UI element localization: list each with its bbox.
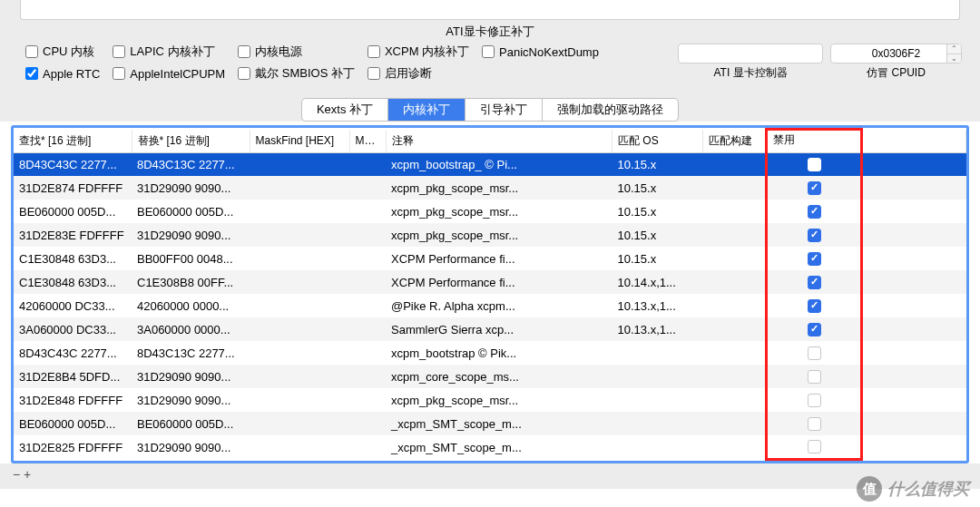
cell — [349, 294, 386, 317]
disabled-cell — [767, 435, 862, 459]
disabled-checkbox[interactable] — [808, 440, 821, 453]
table-row[interactable]: 31D2E874 FDFFFF31D29090 9090...xcpm_pkg_… — [14, 176, 966, 200]
column-header[interactable]: Mas... — [349, 130, 386, 153]
cell — [250, 365, 349, 388]
option-checkbox[interactable]: 启用诊断 — [368, 65, 469, 82]
cell — [349, 270, 386, 294]
cell: XCPM Performance fi... — [386, 270, 612, 294]
checkbox-input[interactable] — [238, 67, 250, 80]
cell — [862, 176, 966, 200]
cell — [703, 317, 767, 341]
cpuid-stepper[interactable]: ⌃ ⌄ — [946, 44, 961, 63]
checkbox-input[interactable] — [368, 67, 380, 80]
cell — [862, 341, 966, 365]
tab-bar: Kexts 补丁内核补丁引导补丁强制加载的驱动路径 — [301, 98, 679, 122]
disabled-checkbox[interactable] — [808, 276, 821, 289]
column-header[interactable] — [862, 130, 966, 153]
checkbox-input[interactable] — [113, 45, 125, 58]
disabled-cell — [767, 317, 862, 341]
cell: 42060000 0000... — [132, 294, 250, 317]
cell — [349, 341, 386, 365]
option-label: Apple RTC — [43, 67, 100, 81]
cell — [703, 365, 767, 388]
table-row[interactable]: C1E30848 63D3...C1E308B8 00FF...XCPM Per… — [14, 270, 966, 294]
option-checkbox[interactable]: XCPM 内核补丁 — [368, 44, 469, 60]
disabled-checkbox[interactable] — [808, 252, 821, 266]
disabled-cell — [767, 294, 862, 317]
cell — [612, 365, 703, 388]
checkbox-input[interactable] — [25, 45, 38, 58]
column-header[interactable]: MaskFind [HEX] — [250, 130, 349, 153]
cell — [703, 152, 767, 176]
cell: 10.13.x,1... — [612, 294, 703, 317]
option-checkbox[interactable]: CPU 内核 — [25, 44, 100, 60]
disabled-checkbox[interactable] — [808, 346, 821, 360]
checkbox-input[interactable] — [482, 45, 495, 58]
option-checkbox[interactable]: AppleIntelCPUPM — [113, 65, 225, 82]
cell — [862, 223, 966, 247]
table-row[interactable]: 3A060000 DC33...3A060000 0000...SammlerG… — [14, 317, 966, 341]
column-header[interactable]: 禁用 — [767, 130, 862, 153]
option-checkbox[interactable]: PanicNoKextDump — [482, 44, 599, 60]
cell: 8D43C13C 2277... — [132, 341, 250, 365]
table-row[interactable]: 31D2E83E FDFFFF31D29090 9090...xcpm_pkg_… — [14, 223, 966, 247]
checkbox-input[interactable] — [238, 45, 250, 58]
tab-0[interactable]: Kexts 补丁 — [302, 99, 388, 121]
cell — [612, 435, 703, 459]
disabled-checkbox[interactable] — [808, 394, 821, 407]
disabled-checkbox[interactable] — [808, 323, 821, 336]
table-row[interactable]: 8D43C43C 2277...8D43C13C 2277...xcpm_boo… — [14, 341, 966, 365]
checkbox-input[interactable] — [113, 67, 125, 80]
option-checkbox[interactable]: LAPIC 内核补丁 — [113, 44, 225, 60]
cell — [862, 412, 966, 435]
cell: BE060000 005D... — [14, 412, 132, 435]
disabled-checkbox[interactable] — [808, 370, 821, 384]
add-row-button[interactable]: + — [24, 467, 31, 482]
disabled-checkbox[interactable] — [808, 229, 821, 242]
column-header[interactable]: 匹配 OS — [612, 130, 703, 153]
stepper-down-icon[interactable]: ⌄ — [947, 54, 961, 63]
fake-cpuid-label: 仿冒 CPUID — [867, 65, 926, 81]
table-row[interactable]: BE060000 005D...BE060000 005D...xcpm_pkg… — [14, 200, 966, 223]
table-row[interactable]: 31D2E825 FDFFFF31D29090 9090..._xcpm_SMT… — [14, 435, 966, 459]
cell: XCPM Performance fi... — [386, 247, 612, 270]
table-row[interactable]: 31D2E8B4 5DFD...31D29090 9090...xcpm_cor… — [14, 365, 966, 388]
cell — [703, 176, 767, 200]
option-checkbox[interactable]: 戴尔 SMBIOS 补丁 — [238, 65, 355, 82]
ati-controller-input[interactable] — [678, 44, 823, 63]
disabled-cell — [767, 365, 862, 388]
column-header[interactable]: 注释 — [386, 130, 612, 153]
ati-header-textbox[interactable] — [20, 0, 960, 20]
cell: SammlerG Sierra xcp... — [386, 317, 612, 341]
disabled-checkbox[interactable] — [808, 205, 821, 219]
column-header[interactable]: 查找* [16 进制] — [14, 130, 132, 153]
disabled-checkbox[interactable] — [808, 299, 821, 313]
disabled-checkbox[interactable] — [808, 158, 821, 171]
table-row[interactable]: 42060000 DC33...42060000 0000...@Pike R.… — [14, 294, 966, 317]
column-header[interactable]: 替换* [16 进制] — [132, 130, 250, 153]
table-row[interactable]: C1E30848 63D3...BB00FF00 0048...XCPM Per… — [14, 247, 966, 270]
cell: 31D29090 9090... — [132, 223, 250, 247]
cell — [703, 270, 767, 294]
remove-row-button[interactable]: − — [13, 467, 20, 482]
cell — [250, 152, 349, 176]
checkbox-input[interactable] — [25, 67, 38, 80]
table-row[interactable]: BE060000 005D...BE060000 005D..._xcpm_SM… — [14, 412, 966, 435]
option-checkbox[interactable]: Apple RTC — [25, 65, 100, 82]
column-header[interactable]: 匹配构建 — [703, 130, 767, 153]
fake-cpuid-input[interactable] — [830, 44, 962, 63]
cell: C1E308B8 00FF... — [132, 270, 250, 294]
option-checkbox[interactable]: 内核电源 — [238, 44, 355, 60]
disabled-checkbox[interactable] — [808, 417, 821, 431]
disabled-checkbox[interactable] — [808, 181, 821, 195]
cell: C1E30848 63D3... — [14, 270, 132, 294]
tab-3[interactable]: 强制加载的驱动路径 — [543, 99, 678, 121]
table-row[interactable]: 8D43C43C 2277...8D43C13C 2277...xcpm_boo… — [14, 152, 966, 176]
table-row[interactable]: 31D2E848 FDFFFF31D29090 9090...xcpm_pkg_… — [14, 388, 966, 412]
cell: 31D2E825 FDFFFF — [14, 435, 132, 459]
checkbox-input[interactable] — [368, 45, 380, 58]
stepper-up-icon[interactable]: ⌃ — [947, 44, 961, 54]
tab-2[interactable]: 引导补丁 — [466, 99, 543, 121]
tab-1[interactable]: 内核补丁 — [388, 99, 466, 121]
cell: _xcpm_SMT_scope_m... — [386, 435, 612, 459]
